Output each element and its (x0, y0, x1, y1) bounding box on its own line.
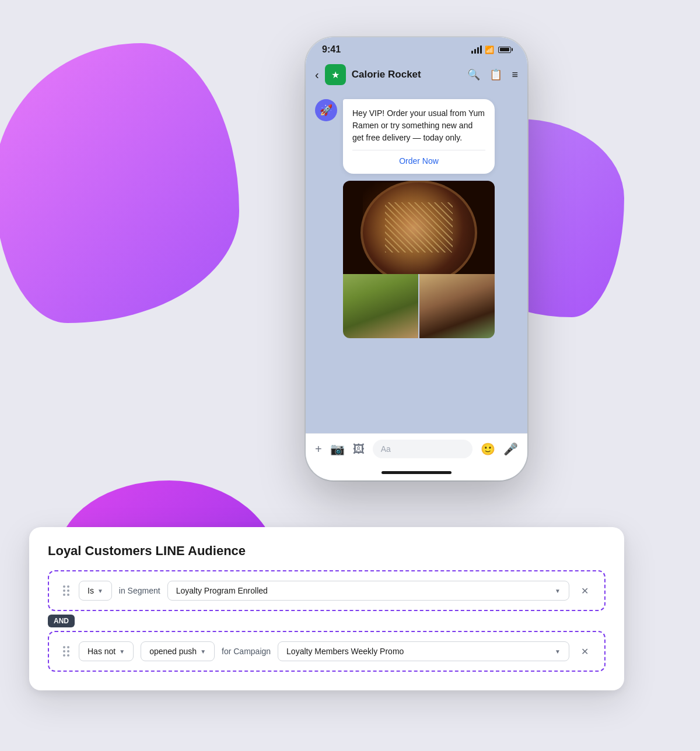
signal-bar-3 (477, 47, 479, 54)
menu-icon[interactable]: ≡ (512, 69, 518, 81)
chat-header: ‹ ★ Calorie Rocket 🔍 📋 ≡ (306, 59, 527, 92)
condition1-remove-button[interactable]: ✕ (576, 582, 593, 599)
condition2-remove-button[interactable]: ✕ (576, 643, 593, 659)
chat-content: 🚀 Hey VIP! Order your usual from Yum Ram… (306, 92, 527, 433)
back-arrow-icon[interactable]: ‹ (315, 68, 319, 82)
drag-dot-row-2 (63, 654, 69, 657)
condition2-action-label: opened push (149, 647, 197, 656)
battery-fill (500, 48, 510, 51)
signal-bar-1 (471, 51, 473, 54)
drag-dot (67, 585, 69, 588)
drag-dot (63, 654, 65, 657)
drag-dot-row (63, 594, 69, 596)
drag-handle-2[interactable] (61, 644, 72, 659)
add-icon[interactable]: + (315, 443, 322, 456)
audience-card: Loyal Customers LINE Audience Is (29, 527, 624, 690)
condition2-value-dropdown[interactable]: Loyalty Members Weekly Promo ▼ (278, 641, 569, 661)
drag-dot (67, 650, 69, 652)
food-bottom-right (419, 274, 495, 338)
condition2-operator-dropdown[interactable]: Has not ▼ (79, 641, 134, 661)
chevron-down-icon-4: ▼ (200, 648, 206, 655)
condition1-segment-label: in Segment (119, 586, 160, 595)
drag-dot-row (63, 589, 69, 592)
chat-input-bar: + 📷 🖼 Aa 🙂 🎤 (306, 433, 527, 464)
status-time: 9:41 (322, 44, 341, 55)
signal-bars (471, 45, 482, 54)
text-input-area[interactable]: Aa (373, 440, 473, 458)
card-title: Loyal Customers LINE Audience (48, 543, 606, 559)
message-row: 🚀 Hey VIP! Order your usual from Yum Ram… (315, 99, 518, 174)
sauce-overlay (363, 183, 475, 274)
note-icon[interactable]: 📋 (489, 68, 502, 81)
drag-dot (67, 589, 69, 592)
drag-dot (63, 646, 65, 648)
blob-left (0, 43, 239, 323)
ramen-image (343, 181, 495, 274)
chevron-down-icon-2: ▼ (555, 588, 561, 594)
phone-screen: 9:41 📶 ‹ ★ Calor (306, 37, 527, 480)
message-bubble: Hey VIP! Order your usual from Yum Ramen… (343, 99, 495, 174)
mic-icon[interactable]: 🎤 (503, 442, 518, 456)
drag-dot (63, 650, 65, 652)
header-icons: 🔍 📋 ≡ (467, 68, 518, 81)
chevron-down-icon-3: ▼ (119, 648, 125, 655)
connector-visual: AND (48, 615, 75, 627)
drag-dot (67, 654, 69, 657)
home-bar (382, 471, 452, 474)
and-badge: AND (48, 615, 75, 627)
condition2-segment-label: for Campaign (222, 647, 271, 656)
drag-dot-row-2 (63, 646, 69, 648)
chevron-down-icon: ▼ (97, 588, 103, 594)
condition1-value-dropdown[interactable]: Loyalty Program Enrolled ▼ (167, 581, 569, 601)
phone-mockup: 9:41 📶 ‹ ★ Calor (306, 37, 527, 480)
condition2-action-dropdown[interactable]: opened push ▼ (141, 641, 215, 661)
signal-bar-2 (474, 49, 476, 54)
input-placeholder: Aa (381, 444, 391, 454)
condition2-operator-label: Has not (88, 647, 116, 656)
camera-icon[interactable]: 📷 (330, 442, 345, 456)
battery-icon (498, 47, 511, 53)
signal-bar-4 (480, 45, 482, 54)
search-icon[interactable]: 🔍 (467, 68, 480, 81)
condition2-value-label: Loyalty Members Weekly Promo (286, 647, 404, 656)
food-bottom-left (343, 274, 418, 338)
app-name: Calorie Rocket (352, 69, 462, 80)
drag-dot (67, 594, 69, 596)
condition1-operator-label: Is (88, 586, 94, 595)
drag-dot (63, 585, 65, 588)
order-now-link[interactable]: Order Now (352, 150, 485, 166)
condition1-value-label: Loyalty Program Enrolled (176, 586, 268, 595)
drag-handle-1[interactable] (61, 583, 72, 598)
and-connector-section: AND (48, 615, 606, 627)
condition1-operator-dropdown[interactable]: Is ▼ (79, 581, 112, 601)
wifi-icon: 📶 (485, 45, 494, 54)
image-icon[interactable]: 🖼 (353, 443, 365, 456)
drag-dot (63, 589, 65, 592)
home-indicator (306, 464, 527, 480)
ramen-plate (360, 181, 477, 274)
food-grid (343, 181, 495, 338)
status-icons: 📶 (471, 45, 511, 54)
avatar: 🚀 (315, 99, 337, 121)
drag-dot (63, 594, 65, 596)
drag-dot (67, 646, 69, 648)
status-bar: 9:41 📶 (306, 37, 527, 59)
message-text: Hey VIP! Order your usual from Yum Ramen… (352, 107, 485, 144)
drag-dot-row (63, 585, 69, 588)
app-icon: ★ (325, 64, 346, 85)
condition-row-1: Is ▼ in Segment Loyalty Program Enrolled… (48, 570, 606, 611)
food-bottom-row (343, 274, 495, 338)
chevron-down-icon-5: ▼ (555, 648, 561, 655)
condition-row-2: Has not ▼ opened push ▼ for Campaign Loy… (48, 631, 606, 672)
emoji-icon[interactable]: 🙂 (481, 442, 495, 456)
drag-dot-row-2 (63, 650, 69, 652)
